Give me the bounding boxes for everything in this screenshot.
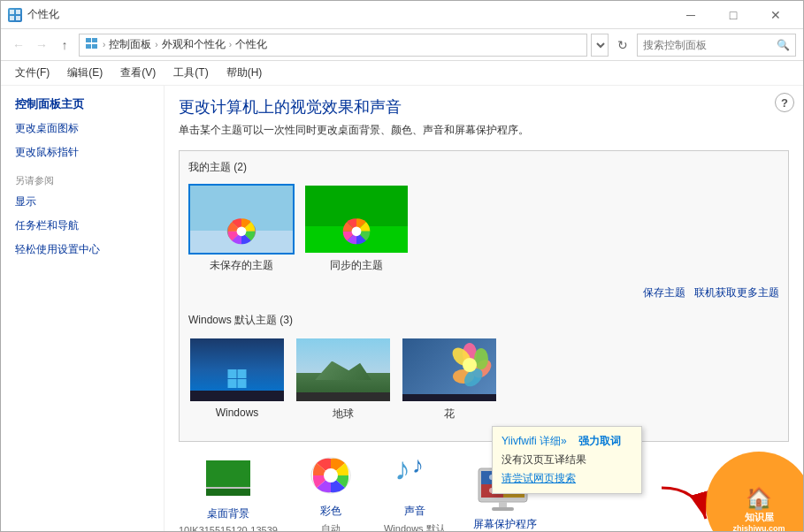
my-themes-grid: 未保存的主题 [188,184,779,273]
sound-icon: ♪ ♪ [390,453,439,498]
desktop-bg-sublabel: 10IK315515120-13539 [179,525,278,531]
title-controls: ─ □ ✕ [670,1,796,29]
theme-earth[interactable]: 地球 [295,337,392,422]
theme-flower-name: 花 [444,407,455,422]
screensaver-label: 屏幕保护程序 [473,517,537,531]
help-button[interactable]: ? [775,93,794,112]
menu-file[interactable]: 文件(F) [8,64,57,82]
path-control-panel[interactable]: 控制面板 [109,37,151,52]
theme-windows-name: Windows [216,407,259,419]
title-bar: 个性化 ─ □ ✕ [1,1,803,29]
svg-rect-1 [16,10,20,14]
svg-rect-4 [86,38,91,42]
menu-view[interactable]: 查看(V) [113,64,163,82]
theme-synced-name: 同步的主题 [330,258,383,273]
my-themes-title: 我的主题 (2) [188,160,779,175]
tooltip-detail[interactable]: 详细» [540,435,567,447]
forward-button[interactable]: → [31,34,52,56]
theme1-bg [190,186,293,253]
svg-rect-28 [499,502,507,508]
save-theme-link[interactable]: 保存主题 [643,285,685,300]
color-icon [308,454,354,497]
address-path[interactable]: › 控制面板 › 外观和个性化 › 个性化 [79,34,587,57]
sidebar-desktop-icons[interactable]: 更改桌面图标 [15,121,149,136]
watermark: 🏠 知识屋 zhishiwu.com [688,469,803,531]
sidebar-home[interactable]: 控制面板主页 [15,96,149,112]
theme-unsaved-name: 未保存的主题 [210,258,273,273]
theme-earth-preview [295,337,392,403]
desktop-bg-label: 桌面背景 [207,506,249,521]
theme-panel: 我的主题 (2) [179,150,789,442]
color-wheel-icon-2 [341,214,372,246]
color-sublabel: 自动 [321,522,341,531]
svg-point-10 [352,226,362,236]
svg-rect-5 [92,38,97,42]
svg-rect-7 [92,44,97,49]
maximize-button[interactable]: □ [713,1,754,29]
close-button[interactable]: ✕ [755,1,796,29]
sound-sublabel: Windows 默认 [384,522,446,531]
svg-point-19 [324,468,338,483]
search-input[interactable] [643,39,773,51]
watermark-icon: 🏠 [746,486,772,511]
windows-themes-grid: Windows [188,337,779,422]
path-sep-3: › [229,40,232,49]
back-button[interactable]: ← [8,34,29,56]
up-button[interactable]: ↑ [54,34,75,56]
page-title: 更改计算机上的视觉效果和声音 [179,96,789,118]
theme-synced-preview [303,184,410,255]
path-sep-1: › [103,40,105,49]
toolbar-desktop-bg[interactable]: 桌面背景 10IK315515120-13539 [179,453,278,531]
svg-rect-0 [10,10,14,14]
window-title: 个性化 [27,7,59,22]
menu-help[interactable]: 帮助(H) [219,64,270,82]
path-dropdown[interactable]: ▾ [591,34,609,57]
tooltip-title-text: Yiivfwifi 详细» [502,435,570,447]
get-more-themes-link[interactable]: 联机获取更多主题 [694,285,779,300]
tooltip-no-result: 没有汉页互译结果 [502,452,632,467]
content-area: 控制面板主页 更改桌面图标 更改鼠标指针 另请参阅 显示 任务栏和导航 轻松使用… [1,86,803,531]
sidebar: 控制面板主页 更改桌面图标 更改鼠标指针 另请参阅 显示 任务栏和导航 轻松使用… [1,86,165,531]
sidebar-taskbar[interactable]: 任务栏和导航 [15,218,149,233]
toolbar-sound[interactable]: ♪ ♪ 声音 Windows 默认 [384,451,446,531]
sound-icon-box: ♪ ♪ [388,451,441,500]
main-content: ? 更改计算机上的视觉效果和声音 单击某个主题可以一次性同时更改桌面背景、颜色、… [165,86,803,531]
minimize-button[interactable]: ─ [670,1,711,29]
tooltip-title: Yiivfwifi 详细» 强力取词 [502,434,632,449]
windows-themes-title: Windows 默认主题 (3) [188,313,779,328]
title-bar-left: 个性化 [8,7,59,22]
theme-flower[interactable]: 花 [401,337,498,422]
toolbar-color[interactable]: 彩色 自动 [304,451,357,531]
theme-windows-preview [188,337,286,403]
path-personalize[interactable]: 个性化 [235,37,267,52]
svg-rect-3 [16,16,20,20]
menu-edit[interactable]: 编辑(E) [60,64,110,82]
sidebar-mouse-pointer[interactable]: 更改鼠标指针 [15,145,149,160]
theme-windows[interactable]: Windows [188,337,286,422]
path-appearance[interactable]: 外观和个性化 [162,37,226,52]
theme-synced[interactable]: 同步的主题 [303,184,410,273]
address-bar: ← → ↑ › 控制面板 › 外观和个性化 › 个性化 ▾ ↻ 🔍 [1,29,803,61]
color-icon-box [304,451,357,500]
menu-tools[interactable]: 工具(T) [166,64,215,82]
watermark-url: zhishiwu.com [732,524,785,532]
svg-rect-6 [86,44,91,49]
main-window: 个性化 ─ □ ✕ ← → ↑ › 控制面板 › [0,0,804,532]
watermark-site-name: 知识屋 [745,511,774,524]
theme-unsaved[interactable]: 未保存的主题 [188,184,295,273]
svg-text:♪: ♪ [394,453,410,487]
desktop-bg-icon-box [202,453,255,503]
sidebar-display[interactable]: 显示 [15,194,149,209]
page-desc: 单击某个主题可以一次性同时更改桌面背景、颜色、声音和屏幕保护程序。 [179,123,789,138]
sidebar-ease-access[interactable]: 轻松使用设置中心 [15,242,149,257]
tooltip-keyword: 强力取词 [578,435,621,447]
theme2-bg [305,186,408,253]
window-icon [8,8,22,22]
nav-buttons: ← → ↑ [8,34,75,56]
svg-rect-2 [10,16,14,20]
tooltip-search-link[interactable]: 请尝试网页搜索 [502,472,576,484]
svg-point-9 [237,226,247,236]
refresh-button[interactable]: ↻ [612,34,633,56]
tooltip-popup: Yiivfwifi 详细» 强力取词 没有汉页互译结果 请尝试网页搜索 [492,426,642,494]
menu-bar: 文件(F) 编辑(E) 查看(V) 工具(T) 帮助(H) [1,61,803,86]
